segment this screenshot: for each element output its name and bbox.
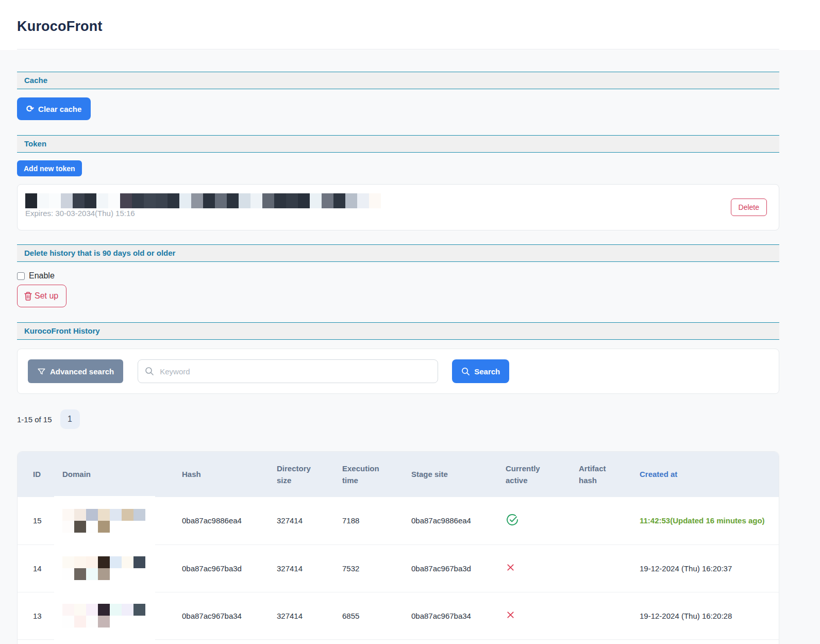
- search-button[interactable]: Search: [452, 359, 509, 383]
- page-1-button[interactable]: 1: [60, 409, 80, 429]
- search-button-label: Search: [474, 367, 500, 376]
- page-header: KurocoFront: [0, 0, 820, 50]
- redacted-domain: [62, 509, 145, 533]
- filter-icon: [37, 367, 46, 376]
- col-header-artifact-hash: Artifact hash: [571, 452, 631, 497]
- refresh-icon: ⟳: [26, 104, 34, 113]
- table-row: 14 0ba87ac967ba3d 327414 7532 0ba87ac967…: [18, 544, 779, 592]
- cell-stage-site: 0ba87ac967ba3d: [403, 544, 497, 592]
- col-header-directory-size: Directory size: [269, 452, 334, 497]
- token-section-title: Token: [24, 139, 46, 148]
- trash-icon: [24, 291, 32, 301]
- cell-directory-size: 327414: [269, 544, 334, 592]
- cell-id: 15: [18, 497, 54, 544]
- set-up-label: Set up: [35, 291, 58, 301]
- add-new-token-button[interactable]: Add new token: [17, 160, 82, 176]
- cell-currently-active: [497, 592, 571, 639]
- col-header-currently-active: Currently active: [497, 452, 571, 497]
- token-card: Expires: 30-03-2034(Thu) 15:16 Delete: [17, 184, 779, 230]
- x-icon: [506, 563, 515, 572]
- enable-checkbox-row[interactable]: Enable: [17, 271, 55, 280]
- cell-execution-time: 6855: [334, 592, 403, 639]
- title-divider: [17, 49, 779, 49]
- cell-execution-time: 7188: [334, 497, 403, 544]
- cell-directory-size: 327414: [269, 497, 334, 544]
- cell-id: 14: [18, 544, 54, 592]
- table-row: 15 0ba87ac9886ea4 327414 7188 0ba87ac988…: [18, 497, 779, 544]
- enable-label: Enable: [29, 271, 55, 280]
- col-header-stage-site: Stage site: [403, 452, 497, 497]
- token-section-header: Token: [17, 135, 779, 153]
- enable-checkbox[interactable]: [17, 272, 25, 280]
- delete-history-section-title: Delete history that is 90 days old or ol…: [24, 249, 175, 257]
- advanced-search-label: Advanced search: [50, 367, 114, 376]
- cache-section-header: Cache: [17, 72, 779, 89]
- history-table: ID Domain Hash Directory size Execution …: [17, 451, 779, 644]
- token-expiry-text: Expires: 30-03-2034(Thu) 15:16: [25, 209, 381, 218]
- cell-currently-active: [497, 544, 571, 592]
- cell-domain: [54, 497, 174, 544]
- search-icon: [461, 367, 470, 376]
- table-row: 13 0ba87ac967ba34 327414 6855 0ba87ac967…: [18, 592, 779, 639]
- delete-history-section-header: Delete history that is 90 days old or ol…: [17, 244, 779, 262]
- clear-cache-label: Clear cache: [38, 105, 81, 113]
- table-header-row: ID Domain Hash Directory size Execution …: [18, 452, 779, 497]
- cell-artifact-hash: [571, 544, 631, 592]
- pagination-range: 1-15 of 15: [17, 415, 52, 424]
- cell-artifact-hash: [571, 497, 631, 544]
- col-header-execution-time: Execution time: [334, 452, 403, 497]
- page-title: KurocoFront: [0, 0, 820, 35]
- advanced-search-button[interactable]: Advanced search: [28, 359, 123, 383]
- col-header-hash: Hash: [174, 452, 269, 497]
- cell-stage-site: 0ba87ac967ba34: [403, 592, 497, 639]
- token-info: Expires: 30-03-2034(Thu) 15:16: [25, 197, 381, 218]
- clear-cache-button[interactable]: ⟳ Clear cache: [17, 97, 91, 120]
- cache-section-title: Cache: [24, 76, 47, 85]
- cell-domain: [54, 544, 174, 592]
- cell-created-at: 19-12-2024 (Thu) 16:20:37: [631, 544, 779, 592]
- search-panel: Advanced search Search: [17, 349, 779, 394]
- col-header-created-at-sort[interactable]: Created at: [631, 452, 779, 497]
- cell-id: 13: [18, 592, 54, 639]
- x-icon: [506, 610, 515, 620]
- col-header-domain: Domain: [54, 452, 174, 497]
- pagination: 1-15 of 15 1: [17, 409, 779, 429]
- cell-hash: 0ba87ac9886ea4: [174, 497, 269, 544]
- redacted-domain: [62, 556, 145, 580]
- cell-stage-site: 0ba87ac9886ea4: [403, 497, 497, 544]
- keyword-field-wrap: [138, 359, 438, 383]
- cell-artifact-hash: [571, 592, 631, 639]
- history-section-header: KurocoFront History: [17, 322, 779, 340]
- cell-hash: 0ba87ac967ba3d: [174, 544, 269, 592]
- cell-hash: 0ba87ac967ba34: [174, 592, 269, 639]
- cell-currently-active: [497, 497, 571, 544]
- col-header-id: ID: [18, 452, 54, 497]
- redacted-token-value: [25, 193, 381, 208]
- check-circle-icon: [506, 513, 519, 526]
- main-content: Cache ⟳ Clear cache Token Add new token …: [0, 72, 820, 644]
- cell-domain: [54, 592, 174, 639]
- cell-created-at: 11:42:53(Updated 16 minutes ago): [631, 497, 779, 544]
- cell-execution-time: 7532: [334, 544, 403, 592]
- cell-directory-size: 327414: [269, 592, 334, 639]
- delete-token-button[interactable]: Delete: [731, 199, 767, 216]
- history-section-title: KurocoFront History: [24, 326, 100, 335]
- redacted-domain: [62, 604, 145, 628]
- cell-created-at: 19-12-2024 (Thu) 16:20:28: [631, 592, 779, 639]
- set-up-button[interactable]: Set up: [17, 285, 66, 307]
- keyword-input[interactable]: [138, 359, 438, 383]
